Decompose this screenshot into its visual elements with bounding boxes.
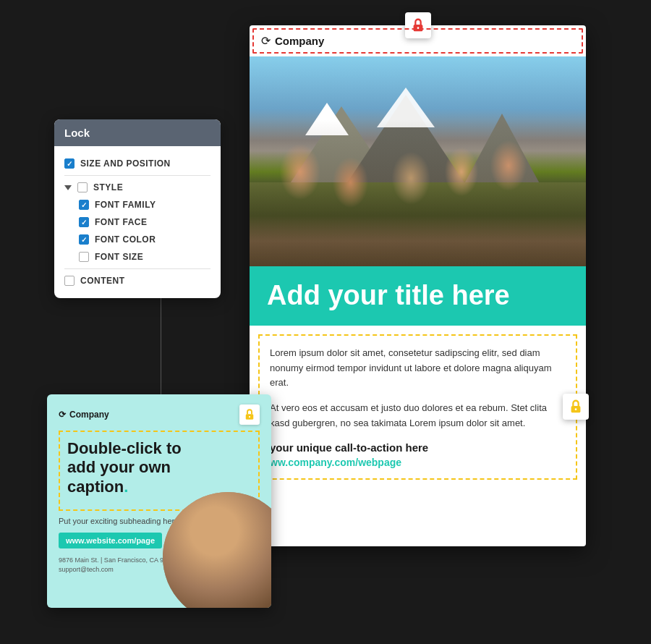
lock-item-font-family[interactable]: FONT FAMILY xyxy=(64,196,210,213)
font-size-label: FONT SIZE xyxy=(95,252,143,262)
small-lock-icon xyxy=(239,404,260,425)
flyer-body-2: At vero eos et accusam et justo duo dolo… xyxy=(270,401,566,431)
divider-1 xyxy=(64,175,210,176)
small-caption[interactable]: Double-click toadd your owncaption. xyxy=(67,439,251,496)
lock-panel-body: SIZE AND POSITION STYLE FONT FAMILY FONT… xyxy=(54,146,221,298)
lock-item-font-size[interactable]: FONT SIZE xyxy=(64,248,210,266)
small-flyer: ⟳ Company Double-click toadd your owncap… xyxy=(47,394,271,608)
style-triangle-icon xyxy=(64,185,72,190)
svg-point-5 xyxy=(249,416,250,418)
small-website-button[interactable]: www.website.com/page xyxy=(59,533,162,548)
style-label: STYLE xyxy=(93,182,123,192)
flyer-title-banner: Add your title here xyxy=(250,266,586,326)
flyer-title[interactable]: Add your title here xyxy=(267,281,569,311)
font-color-checkbox[interactable] xyxy=(79,234,89,245)
caption-period: . xyxy=(124,478,128,496)
flyer-link[interactable]: ww.company.com/webpage xyxy=(270,457,566,468)
flyer-header: ⟳ Company xyxy=(250,25,586,56)
small-company-icon: ⟳ xyxy=(59,410,66,420)
main-flyer: ⟳ Company Add your title here Lorem ipsu… xyxy=(250,25,586,546)
lock-panel: Lock SIZE AND POSITION STYLE FONT FAMILY… xyxy=(54,119,221,298)
font-color-label: FONT COLOR xyxy=(95,234,156,245)
lock-item-font-face[interactable]: FONT FACE xyxy=(64,213,210,231)
company-name: Company xyxy=(275,35,324,47)
font-face-label: FONT FACE xyxy=(95,217,148,227)
link-text: ww.company.com/webpage xyxy=(270,457,401,468)
size-position-label: SIZE AND POSITION xyxy=(80,158,171,169)
cta-text: our unique call-to-action here xyxy=(276,441,428,454)
flyer-photo xyxy=(250,56,586,266)
small-lock-svg xyxy=(243,408,256,421)
small-company-label: Company xyxy=(69,410,109,420)
lock-item-style[interactable]: STYLE xyxy=(64,179,210,196)
lock-item-content[interactable]: CONTENT xyxy=(64,272,210,289)
lock-item-font-color[interactable]: FONT COLOR xyxy=(64,231,210,248)
flyer-body-1: Lorem ipsum dolor sit amet, consetetur s… xyxy=(270,346,566,391)
flyer-content-area: Lorem ipsum dolor sit amet, consetetur s… xyxy=(258,334,577,480)
company-logo-icon: ⟳ xyxy=(261,34,271,48)
content-label: CONTENT xyxy=(80,276,125,286)
small-company-name: ⟳ Company xyxy=(59,410,109,420)
people-photo-simulation xyxy=(250,56,586,266)
svg-point-3 xyxy=(575,409,577,411)
lock-panel-title: Lock xyxy=(64,127,90,139)
people-circle-photo xyxy=(163,492,271,608)
small-flyer-header: ⟳ Company xyxy=(59,404,260,425)
people-circle-inner xyxy=(163,492,271,608)
style-checkbox[interactable] xyxy=(77,182,88,192)
lock-svg-right xyxy=(568,399,584,415)
lock-panel-header: Lock xyxy=(54,119,221,146)
font-size-checkbox[interactable] xyxy=(79,252,89,262)
font-family-label: FONT FAMILY xyxy=(95,200,156,210)
lock-item-size-position[interactable]: SIZE AND POSITION xyxy=(64,155,210,172)
right-lock-icon xyxy=(563,394,589,420)
size-position-checkbox[interactable] xyxy=(64,158,75,169)
divider-2 xyxy=(64,268,210,269)
content-checkbox[interactable] xyxy=(64,276,75,286)
font-face-checkbox[interactable] xyxy=(79,217,89,227)
font-family-checkbox[interactable] xyxy=(79,200,89,210)
flyer-cta: your unique call-to-action here xyxy=(270,441,566,454)
